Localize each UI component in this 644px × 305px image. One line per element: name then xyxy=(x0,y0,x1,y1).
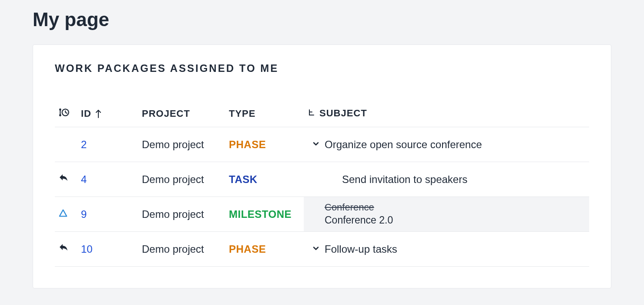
page-title: My page xyxy=(33,9,611,30)
type-cell: MILESTONE xyxy=(225,197,304,232)
table-row[interactable]: 2Demo projectPHASEOrganize open source c… xyxy=(55,127,589,162)
column-header-subject-label: Subject xyxy=(319,108,367,119)
svg-point-2 xyxy=(60,115,61,116)
widget-card: Work packages assigned to me xyxy=(33,44,611,288)
id-cell: 2 xyxy=(77,127,138,162)
subject-text: Follow-up tasks xyxy=(325,243,397,255)
type-cell: PHASE xyxy=(225,127,304,162)
project-cell: Demo project xyxy=(138,127,225,162)
chevron-down-icon xyxy=(312,243,320,255)
project-cell: Demo project xyxy=(138,162,225,197)
subject-cell[interactable]: Send invitation to speakers xyxy=(304,162,589,197)
baseline-cell xyxy=(55,197,77,232)
column-header-project[interactable]: Project xyxy=(138,101,225,127)
column-header-id[interactable]: ID xyxy=(77,101,138,127)
sort-asc-icon xyxy=(95,109,102,119)
work-package-id-link[interactable]: 10 xyxy=(81,243,93,255)
subject-cell[interactable]: Follow-up tasks xyxy=(304,232,589,267)
project-cell: Demo project xyxy=(138,197,225,232)
expand-toggle[interactable] xyxy=(307,139,325,151)
work-package-id-link[interactable]: 2 xyxy=(81,139,87,150)
subject-cell[interactable]: ConferenceConference 2.0 xyxy=(304,197,589,232)
work-package-id-link[interactable]: 4 xyxy=(81,173,87,185)
subject-cell[interactable]: Organize open source conference xyxy=(304,127,589,162)
table-row[interactable]: 9Demo projectMILESTONEConferenceConferen… xyxy=(55,197,589,232)
svg-marker-10 xyxy=(60,210,67,216)
baseline-cell xyxy=(55,127,77,162)
table-row[interactable]: 10Demo projectPHASEFollow-up tasks xyxy=(55,232,589,267)
widget-title: Work packages assigned to me xyxy=(55,62,589,75)
column-header-subject[interactable]: Subject xyxy=(304,101,589,127)
column-header-baseline[interactable] xyxy=(55,101,77,127)
svg-line-5 xyxy=(65,112,67,113)
id-cell: 4 xyxy=(77,162,138,197)
expand-toggle[interactable] xyxy=(307,243,325,255)
type-cell: TASK xyxy=(225,162,304,197)
reply-icon xyxy=(58,243,69,253)
changed-delta-icon xyxy=(58,208,68,218)
table-row[interactable]: 4Demo projectTASKSend invitation to spea… xyxy=(55,162,589,197)
baseline-cell xyxy=(55,232,77,267)
chevron-down-icon xyxy=(312,139,320,151)
id-cell: 9 xyxy=(77,197,138,232)
svg-point-1 xyxy=(60,109,61,110)
subject-text: Organize open source conference xyxy=(325,139,482,151)
subject-text: Send invitation to speakers xyxy=(342,173,467,186)
subject-old: Conference xyxy=(325,201,393,214)
baseline-compare-icon xyxy=(58,107,70,118)
hierarchy-icon xyxy=(307,109,316,118)
baseline-cell xyxy=(55,162,77,197)
work-packages-table: ID Project Type xyxy=(55,101,589,267)
column-header-id-label: ID xyxy=(81,108,91,119)
work-package-id-link[interactable]: 9 xyxy=(81,208,87,220)
subject-new: Conference 2.0 xyxy=(325,214,393,227)
project-cell: Demo project xyxy=(138,232,225,267)
reply-icon xyxy=(58,173,69,183)
column-header-type[interactable]: Type xyxy=(225,101,304,127)
type-cell: PHASE xyxy=(225,232,304,267)
id-cell: 10 xyxy=(77,232,138,267)
